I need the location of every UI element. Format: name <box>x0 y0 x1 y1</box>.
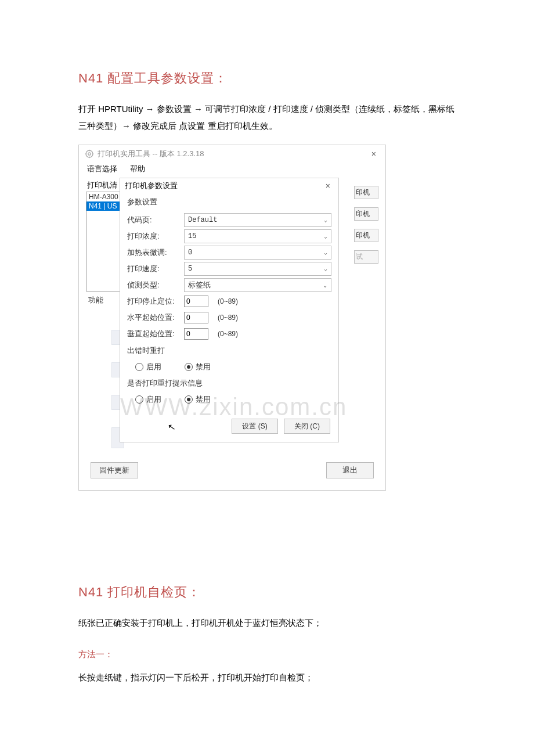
range-text: (0~89) <box>218 297 238 305</box>
window-title: 打印机实用工具 -- 版本 1.2.3.18 <box>98 149 204 159</box>
method-text: 长按走纸键，指示灯闪一下后松开，打印机开始打印自检页； <box>78 669 456 686</box>
section-heading-2: N41 打印机自检页： <box>78 584 456 601</box>
speed-select[interactable]: 5 ⌄ <box>184 262 331 276</box>
density-label: 打印浓度: <box>127 231 184 242</box>
chevron-down-icon: ⌄ <box>324 265 327 272</box>
firmware-update-button[interactable]: 固件更新 <box>91 462 138 478</box>
radio-icon <box>185 395 193 404</box>
prompt-radio-row: 启用 禁用 <box>127 392 331 407</box>
printer-item-hm-a300[interactable]: HM-A300 <box>86 192 123 201</box>
param-dialog: 打印机参数设置 × 参数设置 代码页: Default ⌄ 打印浓度: <box>120 178 339 442</box>
heat-select[interactable]: 0 ⌄ <box>184 246 331 260</box>
window-body: 打印机清 HM-A300 N41 | US 功能 <box>79 180 385 455</box>
svg-point-0 <box>86 150 93 157</box>
prompt-disable-radio[interactable]: 禁用 <box>185 394 211 405</box>
detect-value: 标签纸 <box>188 280 211 290</box>
hstart-label: 水平起始位置: <box>127 312 184 323</box>
function-label: 功能 <box>88 295 124 305</box>
chevron-down-icon: ⌄ <box>324 233 327 240</box>
window-close-button[interactable]: × <box>368 149 380 159</box>
body-paragraph-2: 纸张已正确安装于打印机上，打印机开机处于蓝灯恒亮状态下； <box>78 615 456 632</box>
partial-button-1[interactable]: 印机 <box>354 186 378 199</box>
heat-label: 加热表微调: <box>127 247 184 258</box>
reprint-radio-row: 启用 禁用 <box>127 359 331 375</box>
partial-button-2[interactable]: 印机 <box>354 207 378 221</box>
prompt-enable-radio[interactable]: 启用 <box>135 394 161 405</box>
radio-label: 禁用 <box>196 362 211 372</box>
menu-help[interactable]: 帮助 <box>130 164 145 173</box>
reprint-group-label: 出错时重打 <box>127 345 331 356</box>
menubar: 语言选择 帮助 <box>79 163 385 178</box>
stop-label: 打印停止定位: <box>127 296 184 307</box>
menu-language[interactable]: 语言选择 <box>87 164 117 173</box>
radio-label: 禁用 <box>196 394 211 405</box>
stop-input[interactable] <box>184 296 208 307</box>
radio-label: 启用 <box>146 394 161 405</box>
dialog-button-row: 设置 (S) 关闭 (C) <box>120 414 338 442</box>
dialog-section-label: 参数设置 <box>127 197 331 207</box>
app-window: 打印机实用工具 -- 版本 1.2.3.18 × 语言选择 帮助 打印机清 HM… <box>78 145 386 491</box>
detect-select[interactable]: 标签纸 ⌄ <box>184 278 331 292</box>
chevron-down-icon: ⌄ <box>323 282 327 289</box>
set-button[interactable]: 设置 (S) <box>232 419 278 434</box>
codepage-select[interactable]: Default ⌄ <box>184 213 331 227</box>
reprint-disable-radio[interactable]: 禁用 <box>185 362 211 372</box>
vstart-input[interactable] <box>184 328 208 340</box>
density-select[interactable]: 15 ⌄ <box>184 229 331 243</box>
speed-value: 5 <box>188 265 192 273</box>
dialog-body: 参数设置 代码页: Default ⌄ 打印浓度: 15 ⌄ <box>120 197 338 414</box>
section-heading-1: N41 配置工具参数设置： <box>78 70 456 87</box>
left-column: HM-A300 N41 | US 功能 <box>86 192 124 448</box>
titlebar: 打印机实用工具 -- 版本 1.2.3.18 × <box>79 145 385 163</box>
range-text: (0~89) <box>218 314 238 322</box>
method-label: 方法一： <box>78 649 456 660</box>
radio-icon <box>185 363 193 371</box>
vstart-label: 垂直起始位置: <box>127 329 184 339</box>
hstart-input[interactable] <box>184 312 208 323</box>
radio-icon <box>135 363 143 371</box>
radio-icon <box>135 395 143 404</box>
codepage-label: 代码页: <box>127 215 184 225</box>
heat-value: 0 <box>188 249 192 257</box>
reprint-enable-radio[interactable]: 启用 <box>135 362 161 372</box>
right-button-column: 印机 印机 印机 试 <box>354 186 378 264</box>
radio-label: 启用 <box>146 362 161 372</box>
dialog-close-button[interactable]: × <box>322 181 334 190</box>
range-text: (0~89) <box>218 330 238 338</box>
app-icon <box>85 149 94 159</box>
density-value: 15 <box>188 232 196 240</box>
partial-button-4[interactable]: 试 <box>354 250 378 264</box>
dialog-titlebar: 打印机参数设置 × <box>120 178 338 195</box>
svg-point-1 <box>88 153 91 155</box>
speed-label: 打印速度: <box>127 264 184 274</box>
codepage-value: Default <box>188 216 217 224</box>
dialog-title-text: 打印机参数设置 <box>125 181 178 191</box>
close-button[interactable]: 关闭 (C) <box>284 419 330 434</box>
chevron-down-icon: ⌄ <box>324 249 327 256</box>
window-footer: 固件更新 退出 <box>79 455 385 490</box>
intro-paragraph: 打开 HPRTUtility → 参数设置 → 可调节打印浓度 / 打印速度 /… <box>78 101 456 134</box>
detect-label: 侦测类型: <box>127 280 184 290</box>
chevron-down-icon: ⌄ <box>324 217 327 224</box>
partial-button-3[interactable]: 印机 <box>354 229 378 242</box>
document-page: N41 配置工具参数设置： 打开 HPRTUtility → 参数设置 → 可调… <box>0 0 534 756</box>
exit-button[interactable]: 退出 <box>326 462 374 478</box>
printer-item-n41[interactable]: N41 | US <box>86 201 123 211</box>
printer-listbox[interactable]: HM-A300 N41 | US <box>86 192 124 291</box>
prompt-group-label: 是否打印重打提示信息 <box>127 378 331 388</box>
